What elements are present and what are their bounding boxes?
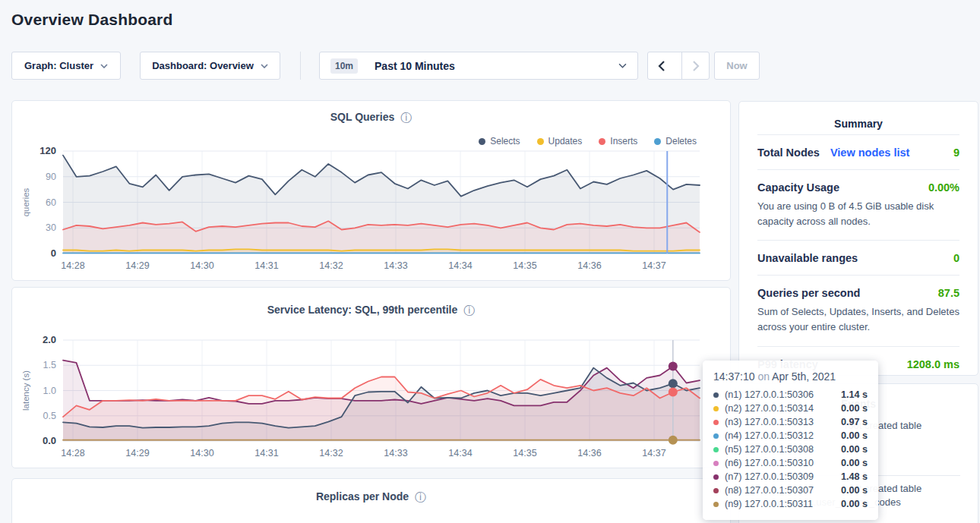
node-color-dot	[713, 392, 719, 398]
time-prev-button[interactable]	[648, 52, 675, 79]
time-nav-group	[647, 52, 710, 80]
node-latency-value: 0.00 s	[841, 499, 868, 509]
summary-value: 0	[953, 252, 959, 264]
summary-row-total-nodes: Total Nodes View nodes list 9	[757, 134, 959, 169]
view-nodes-list-link[interactable]: View nodes list	[830, 147, 910, 159]
svg-text:90: 90	[46, 172, 56, 182]
chevron-down-icon	[261, 64, 268, 68]
node-address: (n2) 127.0.0.1:50314	[725, 403, 814, 414]
node-latency-value: 0.97 s	[841, 417, 868, 427]
replicas-chart-card: Replicas per Nodeⓘ	[11, 478, 731, 523]
summary-label: Queries per second	[757, 287, 860, 299]
time-range-dropdown[interactable]: 10m Past 10 Minutes	[319, 52, 638, 80]
svg-text:14:35: 14:35	[513, 260, 536, 271]
tooltip-row: (n1) 127.0.0.1:503061.14 s	[713, 388, 868, 402]
node-latency-value: 0.00 s	[841, 430, 868, 441]
svg-text:30: 30	[46, 222, 56, 233]
svg-text:0.5: 0.5	[43, 411, 56, 421]
summary-row-qps: Queries per second 87.5 Sum of Selects, …	[757, 275, 959, 345]
svg-text:14:30: 14:30	[190, 448, 213, 458]
node-address: (n1) 127.0.0.1:50306	[725, 389, 814, 400]
summary-description: You are using 0 B of 4.5 GiB usable disk…	[757, 199, 959, 229]
summary-value: 1208.0 ms	[907, 358, 959, 370]
chevron-down-icon	[618, 63, 627, 68]
svg-text:14:33: 14:33	[384, 260, 407, 271]
sql-queries-plot[interactable]: 14:2814:2914:3014:3114:3214:3314:3414:35…	[12, 101, 732, 282]
node-latency-value: 0.00 s	[841, 485, 868, 496]
time-range-badge: 10m	[330, 58, 358, 74]
svg-text:14:31: 14:31	[254, 260, 278, 271]
tooltip-row: (n2) 127.0.0.1:503140.00 s	[713, 402, 868, 415]
svg-text:14:36: 14:36	[577, 260, 601, 271]
svg-text:60: 60	[46, 197, 56, 208]
node-color-dot	[713, 433, 719, 439]
svg-text:1.0: 1.0	[43, 386, 56, 396]
node-latency-value: 1.14 s	[841, 389, 868, 400]
time-next-button[interactable]	[681, 52, 709, 79]
svg-text:14:30: 14:30	[190, 260, 213, 271]
graph-dropdown[interactable]: Graph: Cluster	[11, 52, 121, 80]
svg-text:1.5: 1.5	[43, 360, 56, 370]
node-color-dot	[713, 474, 719, 480]
node-color-dot	[713, 502, 719, 507]
summary-label: Total Nodes	[757, 147, 820, 159]
tooltip-row: (n7) 127.0.0.1:503091.48 s	[713, 470, 868, 484]
svg-text:latency (s): latency (s)	[21, 370, 30, 411]
summary-value: 0.00%	[928, 181, 959, 194]
tooltip-row: (n5) 127.0.0.1:503080.00 s	[713, 443, 868, 456]
summary-value: 9	[953, 147, 959, 159]
tooltip-row: (n9) 127.0.0.1:503110.00 s	[713, 497, 868, 511]
node-address: (n5) 127.0.0.1:50308	[725, 444, 814, 455]
svg-text:14:35: 14:35	[513, 448, 536, 458]
summary-label: Capacity Usage	[757, 181, 839, 194]
node-latency-value: 0.00 s	[841, 458, 868, 468]
node-address: (n4) 127.0.0.1:50312	[725, 430, 814, 441]
node-address: (n9) 127.0.0.1:50311	[725, 499, 813, 509]
svg-text:14:28: 14:28	[61, 448, 84, 458]
svg-text:0: 0	[51, 247, 56, 259]
svg-text:14:29: 14:29	[125, 448, 149, 458]
node-address: (n7) 127.0.0.1:50309	[725, 471, 814, 482]
node-latency-value: 0.00 s	[841, 444, 868, 455]
svg-text:queries: queries	[21, 187, 30, 216]
svg-text:14:34: 14:34	[448, 260, 472, 271]
node-color-dot	[713, 406, 719, 411]
node-latency-value: 0.00 s	[841, 403, 868, 414]
node-color-dot	[713, 461, 719, 466]
chevron-left-icon	[658, 61, 665, 71]
page-title: Overview Dashboard	[11, 11, 173, 29]
chevron-down-icon	[100, 64, 108, 68]
tooltip-timestamp: 14:37:10 on Apr 5th, 2021	[713, 370, 868, 383]
svg-text:14:32: 14:32	[319, 448, 343, 458]
tooltip-row: (n8) 127.0.0.1:503070.00 s	[713, 484, 868, 497]
graph-dropdown-label: Graph: Cluster	[24, 60, 93, 71]
svg-text:14:34: 14:34	[448, 448, 472, 458]
svg-text:2.0: 2.0	[43, 334, 56, 345]
svg-text:14:32: 14:32	[319, 260, 343, 271]
svg-text:14:33: 14:33	[384, 448, 407, 458]
service-latency-plot[interactable]: 14:2814:2914:3014:3114:3214:3314:3414:35…	[12, 288, 732, 468]
svg-text:0.0: 0.0	[43, 435, 56, 446]
summary-row-unavailable-ranges: Unavailable ranges 0	[757, 240, 959, 275]
now-button[interactable]: Now	[714, 52, 760, 80]
tooltip-row: (n4) 127.0.0.1:503120.00 s	[713, 429, 868, 443]
info-icon[interactable]: ⓘ	[415, 490, 426, 505]
chart-tooltip: 14:37:10 on Apr 5th, 2021 (n1) 127.0.0.1…	[703, 361, 878, 520]
node-color-dot	[713, 488, 719, 493]
svg-text:14:37: 14:37	[642, 448, 665, 458]
svg-text:14:36: 14:36	[577, 448, 601, 458]
summary-label: Unavailable ranges	[757, 252, 858, 264]
node-address: (n8) 127.0.0.1:50307	[725, 485, 814, 496]
svg-text:120: 120	[40, 145, 56, 156]
node-address: (n3) 127.0.0.1:50313	[725, 417, 814, 427]
node-color-dot	[713, 420, 719, 425]
node-address: (n6) 127.0.0.1:50310	[725, 458, 814, 468]
sql-queries-chart-card: SQL Queriesⓘ SelectsUpdatesInsertsDelete…	[11, 100, 731, 281]
summary-description: Sum of Selects, Updates, Inserts, and De…	[757, 304, 959, 335]
tooltip-row: (n3) 127.0.0.1:503130.97 s	[713, 415, 868, 429]
dashboard-dropdown-label: Dashboard: Overview	[152, 60, 254, 71]
chevron-right-icon	[692, 61, 700, 71]
time-range-label: Past 10 Minutes	[375, 60, 455, 72]
dashboard-dropdown[interactable]: Dashboard: Overview	[140, 52, 280, 80]
svg-text:14:28: 14:28	[61, 260, 84, 271]
